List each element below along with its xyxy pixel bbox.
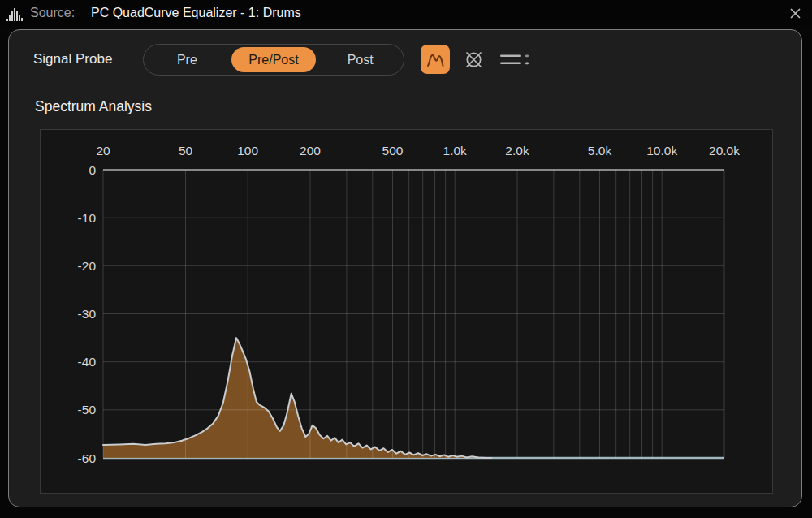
spectrum-analysis-chart: 20501002005001.0k2.0k5.0k10.0k20.0k0-10-… [40,129,773,494]
svg-text:50: 50 [179,144,193,158]
list-options-icon[interactable] [499,52,533,67]
segment-pre-post-label: Pre/Post [248,53,298,67]
close-icon [789,7,801,19]
section-title: Spectrum Analysis [35,98,152,115]
segment-post-label: Post [348,53,374,67]
svg-text:100: 100 [237,144,258,158]
svg-text:1.0k: 1.0k [443,144,468,158]
spectrum-analyzer-toggle-button[interactable] [421,45,450,74]
histogram-icon [6,6,24,21]
svg-text:-60: -60 [78,451,97,465]
probe-segmented-control: Pre Pre/Post Post [143,44,404,76]
main-panel: Signal Probe Pre Pre/Post Post Spectrum … [8,29,802,507]
segment-post[interactable]: Post [317,47,403,72]
svg-text:-50: -50 [78,403,97,417]
svg-text:10.0k: 10.0k [646,144,677,158]
source-label: Source: [30,6,75,20]
spectrum-curve-icon [425,49,446,70]
svg-text:0: 0 [89,163,96,177]
svg-text:-40: -40 [78,355,97,369]
svg-text:500: 500 [382,144,404,158]
svg-text:20: 20 [96,144,110,158]
svg-text:-20: -20 [78,259,97,273]
window-title: PC QuadCurve Equalizer - 1: Drums [91,6,301,20]
signal-probe-label: Signal Probe [33,51,112,67]
svg-text:2.0k: 2.0k [505,144,529,158]
window-titlebar: Source: PC QuadCurve Equalizer - 1: Drum… [0,0,812,28]
svg-text:5.0k: 5.0k [588,144,612,158]
segment-pre-post[interactable]: Pre/Post [231,47,317,72]
crossed-circle-icon[interactable] [464,50,484,70]
svg-text:-10: -10 [78,211,97,225]
svg-text:200: 200 [300,144,321,158]
svg-text:20.0k: 20.0k [709,144,740,158]
segment-pre[interactable]: Pre [145,47,230,72]
svg-text:-30: -30 [78,307,97,321]
spectrum-chart-canvas: 20501002005001.0k2.0k5.0k10.0k20.0k0-10-… [41,130,772,493]
segment-pre-label: Pre [177,53,197,67]
close-button[interactable] [784,2,806,24]
